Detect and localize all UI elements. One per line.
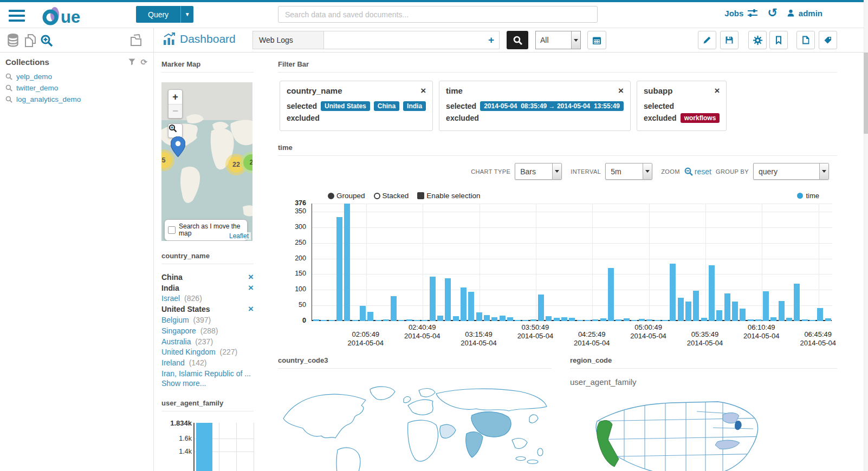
add-term-button[interactable]: +	[483, 31, 500, 49]
time-bar[interactable]	[624, 318, 630, 321]
ua-chart-bar[interactable]	[196, 423, 212, 471]
stacked-radio[interactable]: Stacked	[374, 192, 409, 200]
facet-value-link[interactable]: Singapore	[161, 326, 196, 335]
time-bar[interactable]	[336, 217, 342, 321]
time-bar[interactable]	[600, 318, 606, 321]
time-bar[interactable]	[414, 320, 420, 321]
page-scrollbar-thumb[interactable]	[864, 53, 868, 134]
time-bar[interactable]	[817, 308, 823, 321]
history-icon[interactable]: ↺	[767, 8, 777, 18]
time-bar[interactable]	[740, 309, 746, 321]
filter-tag[interactable]: China	[374, 101, 399, 111]
time-bar[interactable]	[786, 318, 792, 321]
settings-gear-button[interactable]	[748, 31, 767, 49]
region-code-us-map[interactable]	[591, 390, 770, 471]
time-bar[interactable]	[716, 310, 722, 321]
search-button[interactable]	[507, 31, 528, 49]
facet-value-link[interactable]: Belgium	[161, 316, 189, 324]
time-bar[interactable]	[530, 319, 536, 322]
time-bar[interactable]	[592, 319, 598, 322]
time-bar[interactable]	[631, 320, 637, 321]
time-bar[interactable]	[770, 317, 776, 321]
filter-funnel-icon[interactable]	[128, 58, 135, 66]
folder-open-icon[interactable]	[129, 33, 144, 48]
time-bar[interactable]	[678, 298, 684, 321]
time-bar[interactable]	[724, 293, 730, 321]
time-bar[interactable]	[476, 312, 482, 321]
new-document-button[interactable]	[796, 31, 815, 49]
leaflet-attribution-link[interactable]: Leaflet	[227, 232, 251, 240]
time-bar[interactable]	[546, 316, 552, 321]
time-bar[interactable]	[569, 318, 575, 321]
time-bar[interactable]	[646, 319, 652, 321]
time-bar[interactable]	[639, 319, 645, 321]
time-bar[interactable]	[500, 316, 506, 321]
time-bar[interactable]	[755, 319, 761, 321]
facet-value-link[interactable]: Israel	[161, 294, 180, 303]
global-search-input[interactable]	[278, 6, 598, 23]
country-code3-world-map[interactable]	[279, 376, 553, 471]
search-zoom-icon[interactable]	[39, 33, 54, 48]
time-bar[interactable]	[522, 320, 528, 321]
time-bar[interactable]	[484, 315, 490, 321]
time-bar[interactable]	[779, 301, 785, 322]
facet-value-link[interactable]: Australia	[161, 337, 191, 346]
time-bar[interactable]	[662, 320, 668, 321]
time-bar[interactable]	[701, 318, 707, 321]
time-bar[interactable]	[709, 265, 715, 321]
time-bar[interactable]	[809, 320, 815, 321]
time-bar[interactable]	[616, 319, 621, 322]
filter-tag[interactable]: India	[403, 101, 426, 111]
scope-select[interactable]: All	[535, 31, 581, 49]
time-bar[interactable]	[802, 319, 808, 321]
filter-tag[interactable]: United States	[321, 101, 370, 111]
group-by-caret-icon[interactable]	[819, 163, 828, 179]
chart-type-select[interactable]: Bars	[515, 163, 562, 180]
time-bar[interactable]	[367, 312, 373, 321]
user-menu[interactable]: admin	[787, 9, 822, 18]
marker-map[interactable]: + − 5 22 2 Search as I move the map Leaf…	[161, 82, 252, 241]
jobs-link[interactable]: Jobs	[724, 9, 758, 18]
hamburger-menu-icon[interactable]	[9, 10, 25, 22]
time-chart-bars[interactable]	[312, 204, 832, 321]
interval-select[interactable]: 5m	[605, 163, 652, 180]
time-bar[interactable]	[794, 284, 800, 321]
show-more-link[interactable]: Show more...	[161, 379, 254, 390]
scope-select-caret-icon[interactable]	[571, 31, 580, 49]
time-bar[interactable]	[461, 287, 467, 321]
map-zoom-in-button[interactable]: +	[169, 90, 182, 104]
time-bar[interactable]	[538, 295, 544, 321]
time-bar[interactable]	[608, 268, 614, 321]
time-bar[interactable]	[468, 292, 474, 321]
timeline-calendar-button[interactable]	[587, 31, 606, 49]
map-zoom-out-button[interactable]: −	[169, 104, 182, 118]
time-bar[interactable]	[507, 317, 513, 322]
collections-db-icon[interactable]	[5, 33, 21, 48]
collection-item[interactable]: yelp_demo	[5, 71, 147, 82]
collection-item[interactable]: log_analytics_demo	[5, 94, 147, 105]
page-scrollbar-track[interactable]	[864, 0, 868, 471]
tags-button[interactable]	[819, 31, 837, 49]
time-bar[interactable]	[693, 291, 699, 321]
time-bar[interactable]	[344, 204, 350, 321]
search-as-move-checkbox[interactable]	[168, 226, 176, 234]
time-bar[interactable]	[515, 320, 521, 321]
documents-copy-icon[interactable]	[23, 33, 38, 48]
dashboard-query-input[interactable]	[323, 31, 484, 49]
time-bar[interactable]	[360, 306, 366, 321]
time-bar[interactable]	[453, 316, 459, 321]
time-bar[interactable]	[763, 291, 769, 321]
time-bar[interactable]	[445, 278, 451, 321]
time-bar[interactable]	[748, 319, 754, 322]
close-icon[interactable]: ×	[714, 87, 720, 95]
facet-remove-icon[interactable]: ×	[248, 273, 254, 281]
close-icon[interactable]: ×	[618, 87, 624, 95]
group-by-select[interactable]: query	[753, 163, 829, 180]
enable-selection-checkbox[interactable]: Enable selection	[417, 192, 480, 200]
save-dashboard-button[interactable]	[720, 31, 739, 49]
time-bar[interactable]	[561, 317, 567, 322]
stacked-radio-icon[interactable]	[374, 193, 380, 199]
collection-name-box[interactable]: Web Logs	[252, 31, 323, 49]
query-button-label[interactable]: Query	[136, 6, 180, 23]
time-bar[interactable]	[329, 320, 335, 321]
